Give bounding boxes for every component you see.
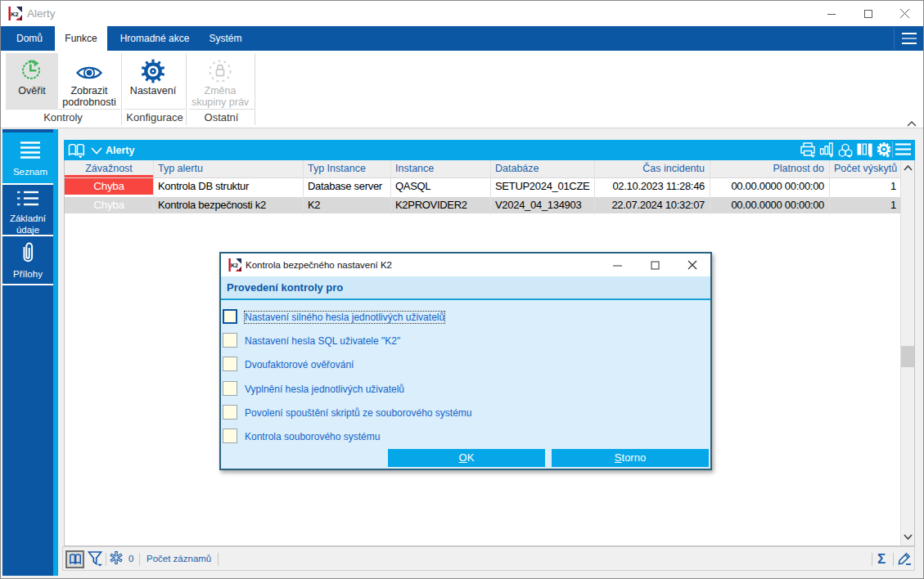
svg-text:K2: K2 <box>11 11 19 18</box>
svg-text:K2: K2 <box>231 263 238 268</box>
